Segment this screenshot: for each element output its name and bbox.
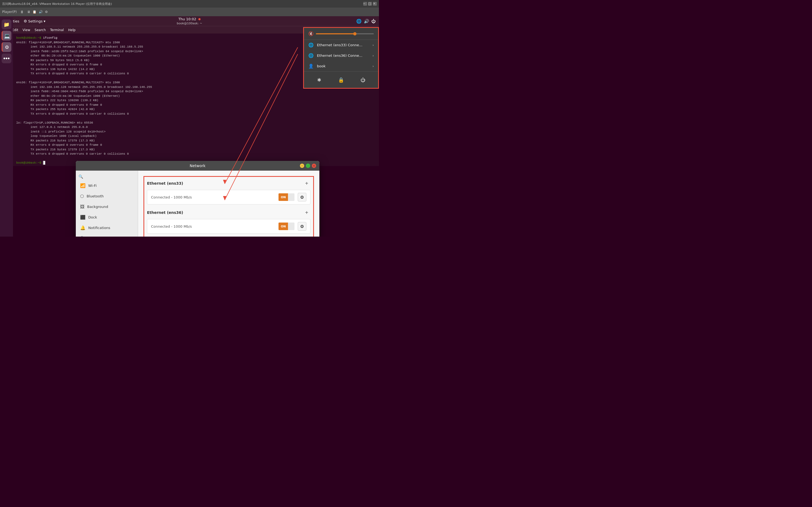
- dock-icon-more[interactable]: [2, 54, 11, 63]
- tool3[interactable]: 🔊: [39, 10, 43, 14]
- menu-help[interactable]: Help: [68, 28, 75, 32]
- settings-gear-topbar: ⚙: [23, 19, 27, 23]
- hostname: book@100ask: ~: [177, 22, 202, 25]
- ens36-status: Connected - 1000 Mb/s: [151, 224, 275, 228]
- terminal-cursor: ▋: [43, 161, 45, 165]
- pause-icon[interactable]: ⏸: [20, 10, 24, 14]
- sidebar-item-dock[interactable]: ⬛ Dock: [76, 212, 138, 223]
- settings-arrow: ▾: [44, 19, 46, 23]
- sidebar-item-wifi[interactable]: 📶 Wi-Fi: [76, 180, 138, 191]
- sidebar-item-bluetooth[interactable]: ⬡ Bluetooth: [76, 191, 138, 202]
- power-tray-icon[interactable]: ⏻: [371, 19, 376, 24]
- dock-icon-terminal[interactable]: 💻: [2, 31, 11, 41]
- ens36-toggle[interactable]: ON: [278, 223, 295, 230]
- user-icon: 👤: [308, 64, 314, 69]
- tray-popup: 🔇 🌐 Ethernet (ens33) Conne... › 🌐 Ethern…: [303, 27, 379, 89]
- ethernet2-arrow: ›: [372, 54, 374, 58]
- wifi-icon: 📶: [80, 183, 86, 188]
- network-section-ens36: Ethernet (ens36) + Connected - 1000 Mb/s…: [147, 209, 310, 234]
- vm-toolbar: Player(P) ⏸ 🖥 📋 🔊 ⚙: [0, 8, 379, 16]
- sidebar-background-label: Background: [87, 205, 108, 209]
- terminal-prompt-2[interactable]: book@100ask:~$: [16, 161, 41, 164]
- search-icon: 🔍: [79, 174, 83, 179]
- sidebar-search-label: Search: [88, 236, 100, 237]
- player-menu[interactable]: Player(P): [2, 10, 17, 14]
- toolbar-icons: 🖥 📋 🔊 ⚙: [27, 10, 48, 14]
- ethernet2-icon: 🌐: [308, 53, 314, 58]
- ens33-gear-btn[interactable]: ⚙: [298, 193, 306, 202]
- settings-titlebar: Network ─ □ ✕: [76, 161, 319, 171]
- close-btn[interactable]: ✕: [373, 2, 377, 6]
- window-controls: ─ □ ✕: [300, 164, 316, 168]
- ens33-title: Ethernet (ens33): [147, 181, 183, 185]
- vm-titlebar: 百问网ubuntu18.04_x64- VMware Workstation 1…: [0, 0, 379, 8]
- datetime[interactable]: Thu 10:02: [179, 17, 196, 21]
- volume-slider[interactable]: [316, 33, 374, 34]
- bluetooth-icon: ⬡: [80, 193, 84, 199]
- network-header-ens36: Ethernet (ens36) +: [147, 209, 310, 216]
- menu-view[interactable]: View: [22, 28, 30, 32]
- window-maximize[interactable]: □: [306, 164, 310, 168]
- tool4[interactable]: ⚙: [45, 10, 48, 14]
- tool1[interactable]: 🖥: [27, 10, 30, 14]
- ens33-toggle[interactable]: ON: [278, 193, 295, 201]
- recording-dot: [198, 18, 201, 20]
- network-card-ens33: Connected - 1000 Mb/s ON ⚙: [147, 190, 310, 205]
- sidebar-item-notifications[interactable]: 🔔 Notifications: [76, 223, 138, 233]
- ens33-toggle-label: ON: [278, 193, 288, 201]
- tray-settings-btn[interactable]: ✱: [314, 74, 324, 85]
- tray-user[interactable]: 👤 book ›: [304, 61, 378, 71]
- sidebar-item-background[interactable]: 🖼 Background: [76, 202, 138, 212]
- settings-window-network-title: Network: [190, 164, 205, 168]
- dock: 📁 💻 ⚙: [0, 17, 13, 237]
- restore-btn[interactable]: □: [368, 2, 372, 6]
- tool2[interactable]: 📋: [33, 10, 37, 14]
- dock-icon-files[interactable]: 📁: [2, 19, 11, 29]
- menu-terminal[interactable]: Terminal: [50, 28, 64, 32]
- volume-control: 🔇: [304, 28, 378, 40]
- ens36-title: Ethernet (ens36): [147, 210, 183, 215]
- ethernet1-label: Ethernet (ens33) Conne...: [317, 43, 369, 47]
- settings-search: 🔍: [76, 173, 138, 180]
- user-label: book: [317, 64, 369, 68]
- tray-power-btn[interactable]: ⏻: [358, 74, 368, 85]
- minimize-btn[interactable]: ─: [363, 2, 367, 6]
- volume-icon[interactable]: 🔇: [308, 31, 314, 36]
- ens36-add-btn[interactable]: +: [303, 209, 310, 216]
- terminal-prompt-1: book@100ask:~$: [16, 36, 41, 40]
- window-minimize[interactable]: ─: [300, 164, 304, 168]
- settings-sidebar: 🔍 📶 Wi-Fi ⬡ Bluetooth 🖼 Background ⬛ Doc…: [76, 171, 138, 237]
- volume-tray-icon[interactable]: 🔊: [364, 19, 369, 24]
- vm-titlebar-left: 百问网ubuntu18.04_x64- VMware Workstation 1…: [2, 2, 112, 6]
- vm-titlebar-controls[interactable]: ─ □ ✕: [363, 2, 377, 6]
- sidebar-bluetooth-label: Bluetooth: [87, 194, 104, 198]
- network-tray-icon[interactable]: 🌐: [356, 19, 362, 24]
- ens36-gear-btn[interactable]: ⚙: [298, 222, 306, 231]
- ens36-toggle-label: ON: [278, 223, 288, 230]
- topbar-right: 🌐 🔊 ⏻: [356, 19, 376, 24]
- window-close[interactable]: ✕: [312, 164, 316, 168]
- network-header-ens33: Ethernet (ens33) +: [147, 179, 310, 187]
- sidebar-wifi-label: Wi-Fi: [88, 184, 97, 188]
- tray-ethernet2[interactable]: 🌐 Ethernet (ens36) Conne... ›: [304, 50, 378, 61]
- vm-title-text: 百问网ubuntu18.04_x64- VMware Workstation 1…: [2, 2, 112, 6]
- terminal-cmd-1: ifconfig: [41, 36, 57, 40]
- settings-label: Settings: [28, 19, 43, 23]
- dock-icon-settings: ⬛: [80, 215, 86, 220]
- settings-menu[interactable]: ⚙ Settings ▾: [23, 19, 45, 23]
- menu-search[interactable]: Search: [35, 28, 46, 32]
- settings-search-input[interactable]: [85, 175, 135, 179]
- tray-ethernet1[interactable]: 🌐 Ethernet (ens33) Conne... ›: [304, 40, 378, 50]
- settings-window: Network ─ □ ✕ 🔍 📶 Wi-Fi ⬡ Bluetooth 🖼 B: [76, 161, 319, 237]
- sidebar-item-search[interactable]: 🔍 Search: [76, 233, 138, 237]
- network-section-ens33: Ethernet (ens33) + Connected - 1000 Mb/s…: [144, 176, 314, 237]
- ethernet2-label: Ethernet (ens36) Conne...: [317, 54, 369, 58]
- settings-body: 🔍 📶 Wi-Fi ⬡ Bluetooth 🖼 Background ⬛ Doc…: [76, 171, 319, 237]
- tray-lock-btn[interactable]: 🔒: [336, 74, 347, 85]
- dock-icon-settings[interactable]: ⚙: [2, 42, 11, 52]
- user-arrow: ›: [372, 64, 374, 68]
- ens33-add-btn[interactable]: +: [303, 179, 310, 187]
- background-icon: 🖼: [80, 204, 85, 209]
- search-sidebar-icon: 🔍: [80, 236, 86, 237]
- tray-actions: ✱ 🔒 ⏻: [304, 71, 378, 88]
